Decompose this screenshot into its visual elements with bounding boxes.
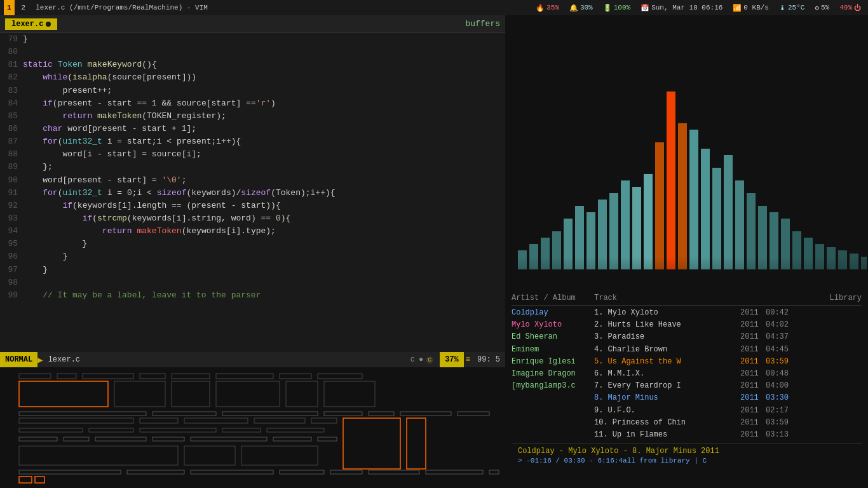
- svg-rect-3: [140, 374, 165, 379]
- track-11: 11. Up in Flames: [594, 429, 740, 441]
- track-row-1[interactable]: Coldplay 1. Mylo Xyloto 2011 00:42: [512, 307, 862, 319]
- code-line-86: 86 char word[present - start + 1];: [0, 123, 505, 135]
- header-library: Library: [830, 294, 862, 302]
- cpu-icon: 🔥: [536, 4, 545, 12]
- track-row-5[interactable]: Enrique Iglesi 5. Us Against the W 2011 …: [512, 356, 862, 368]
- temp-icon: 🌡: [779, 4, 786, 12]
- track-6: 6. M.M.I.X.: [594, 368, 740, 380]
- svg-rect-32: [267, 428, 324, 432]
- svg-rect-45: [191, 470, 273, 474]
- code-line-88: 88 word[i - start] = source[i];: [0, 148, 505, 161]
- track-row-7[interactable]: [mybanglamp3.c 7. Every Teardrop I 2011 …: [512, 380, 862, 392]
- time-4: 04:45: [766, 344, 789, 356]
- bell-icon: 🔔: [569, 4, 578, 12]
- svg-rect-65: [644, 174, 653, 269]
- svg-rect-44: [127, 470, 184, 474]
- vim-tabbar: lexer.c buffers: [0, 15, 505, 33]
- svg-rect-7: [318, 374, 362, 379]
- power-indicator: 49% ⏻: [836, 0, 864, 15]
- statusline-dot: ●: [417, 355, 424, 364]
- statusline-filename: lexer.c: [43, 355, 85, 364]
- code-line-80: 80: [0, 46, 505, 58]
- svg-rect-43: [19, 470, 121, 474]
- year-1: 2011: [740, 307, 766, 319]
- battery-indicator: 🔋 100%: [600, 0, 634, 15]
- svg-rect-14: [19, 412, 146, 416]
- svg-rect-51: [19, 477, 32, 483]
- now-playing: Coldplay - Mylo Xyloto - 8. Major Minus …: [512, 444, 862, 467]
- svg-rect-35: [95, 437, 146, 441]
- year-5: 2011: [740, 356, 766, 368]
- year-9: 2011: [740, 405, 766, 417]
- track-row-4[interactable]: Eminem 4. Charlie Brown 2011 04:45: [512, 344, 862, 356]
- track-row-9[interactable]: 9. U.F.O. 2011 02:17: [512, 405, 862, 417]
- track-row-3[interactable]: Ed Sheeran 3. Paradise 2011 04:37: [512, 331, 862, 343]
- track-3: 3. Paradise: [594, 331, 740, 343]
- temp-indicator: 🌡 25°C: [776, 0, 808, 15]
- svg-rect-21: [343, 418, 400, 469]
- power-icon: ⏻: [854, 4, 861, 12]
- code-line-84: 84 if(present - start == 1 && source[sta…: [0, 97, 505, 110]
- statusline-equals: ≡: [466, 355, 470, 364]
- svg-rect-34: [64, 437, 89, 441]
- svg-rect-9: [114, 381, 165, 407]
- code-line-99: 99 // It may be a label, leave it to the…: [0, 289, 505, 302]
- year-4: 2011: [740, 344, 766, 356]
- time-1: 00:42: [766, 307, 789, 319]
- year-8: 2011: [740, 392, 766, 404]
- svg-rect-16: [222, 412, 318, 416]
- track-row-2[interactable]: Mylo Xyloto 2. Hurts Like Heave 2011 04:…: [512, 319, 862, 331]
- time-9: 02:17: [766, 405, 789, 417]
- svg-rect-5: [216, 374, 273, 379]
- code-line-94: 94 return makeToken(keywords[i].type);: [0, 225, 505, 238]
- code-line-83: 83 present++;: [0, 85, 505, 97]
- artist-2: Mylo Xyloto: [512, 319, 594, 331]
- artist-4: Eminem: [512, 344, 594, 356]
- vim-statusline: NORMAL ▶ lexer.c c ● c 37% ≡ 99: 5: [0, 352, 505, 367]
- code-line-97: 97 }: [0, 264, 505, 276]
- chart-svg: [505, 15, 868, 288]
- statusline-c-badge: c: [426, 356, 433, 363]
- svg-rect-47: [330, 470, 362, 474]
- svg-rect-23: [19, 418, 133, 423]
- svg-rect-2: [83, 374, 133, 379]
- code-line-85: 85 return makeToken(TOKEN_register);: [0, 110, 505, 123]
- main-area: lexer.c buffers 79 } 80 81 static Token …: [0, 15, 868, 488]
- svg-rect-29: [89, 428, 133, 432]
- svg-rect-85: [505, 257, 868, 288]
- svg-rect-72: [724, 155, 733, 269]
- track-10: 10. Princess of Chin: [594, 417, 740, 429]
- statusbar: 1 2 lexer.c (/mnt/Programs/RealMachine) …: [0, 0, 868, 15]
- svg-rect-40: [19, 446, 178, 465]
- vim-code-area[interactable]: 79 } 80 81 static Token makeKeyword(){ 8…: [0, 33, 505, 352]
- track-row-8[interactable]: 8. Major Minus 2011 03:30: [512, 392, 862, 404]
- code-line-96: 96 }: [0, 250, 505, 263]
- now-playing-title: Coldplay - Mylo Xyloto - 8. Major Minus …: [518, 447, 855, 456]
- mode-arrow: ▶: [37, 355, 43, 365]
- svg-rect-11: [216, 381, 280, 407]
- vim-tab-lexer[interactable]: lexer.c: [5, 18, 57, 30]
- svg-rect-31: [222, 428, 261, 432]
- year-7: 2011: [740, 380, 766, 392]
- svg-rect-66: [655, 142, 664, 269]
- code-line-98: 98: [0, 276, 505, 289]
- year-2: 2011: [740, 319, 766, 331]
- code-line-91: 91 for(uint32_t i = 0;i < sizeof(keyword…: [0, 187, 505, 200]
- svg-rect-39: [318, 437, 337, 441]
- time-11: 03:13: [766, 429, 789, 441]
- vol-indicator: ⚙ 5%: [811, 0, 832, 15]
- artist-6: Imagine Dragon: [512, 368, 594, 380]
- artist-5: Enrique Iglesi: [512, 356, 594, 368]
- track-row-10[interactable]: 10. Princess of Chin 2011 03:59: [512, 417, 862, 429]
- year-11: 2011: [740, 429, 766, 441]
- svg-rect-48: [369, 470, 419, 474]
- mem-indicator: 🔔 30%: [566, 0, 596, 15]
- track-row-6[interactable]: Imagine Dragon 6. M.M.I.X. 2011 00:48: [512, 368, 862, 380]
- svg-rect-69: [689, 130, 698, 269]
- svg-rect-70: [701, 149, 710, 269]
- time-7: 04:00: [766, 380, 789, 392]
- code-line-93: 93 if(strcmp(keywords[i].string, word) =…: [0, 212, 505, 225]
- artist-3: Ed Sheeran: [512, 331, 594, 343]
- svg-rect-15: [153, 412, 216, 416]
- track-row-11[interactable]: 11. Up in Flames 2011 03:13: [512, 429, 862, 441]
